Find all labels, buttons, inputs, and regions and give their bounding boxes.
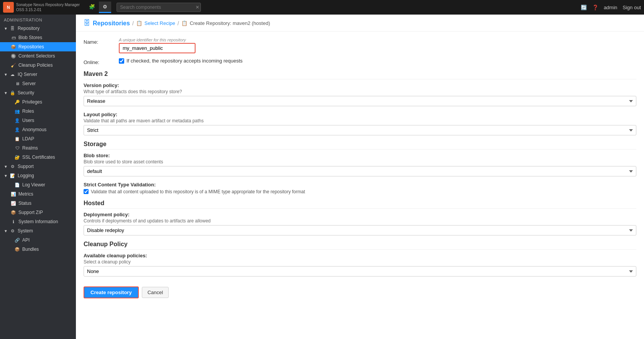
deployment-policy-select-wrapper: Disable redeploy Allow redeploy Read-onl… <box>84 225 636 235</box>
blob-stores-icon: 🗃 <box>11 35 16 40</box>
sidebar-group-label: Repository <box>18 26 39 31</box>
users-icon: 👤 <box>15 118 20 123</box>
layout-policy-label: Layout policy: <box>84 112 636 117</box>
sidebar-item-server[interactable]: 🖥 Server <box>0 79 76 88</box>
system-information-icon: ℹ <box>11 219 16 224</box>
sidebar-item-bundles[interactable]: 📦 Bundles <box>0 245 76 254</box>
caret-support-icon: ▼ <box>4 165 8 169</box>
sidebar-item-cleanup-policies[interactable]: 🧹 Cleanup Policies <box>0 61 76 70</box>
version-policy-select-wrapper: Release Snapshot Mixed <box>84 96 636 106</box>
button-row: Create repository Cancel <box>84 282 636 304</box>
sidebar-group-repository[interactable]: ▼ 🗄 Repository <box>0 24 76 33</box>
blob-store-label: Blob store: <box>84 153 636 158</box>
sidebar-item-support-zip[interactable]: 📦 Support ZIP <box>0 208 76 217</box>
repositories-breadcrumb-icon: 🗄 <box>84 19 90 27</box>
metrics-icon: 📊 <box>11 191 16 197</box>
sidebar-item-api[interactable]: 🔗 API <box>0 235 76 245</box>
sidebar-item-status[interactable]: 📈 Status <box>0 199 76 208</box>
ssl-icon: 🔐 <box>15 155 20 160</box>
online-field: Online: If checked, the repository accep… <box>84 58 636 65</box>
sidebar-group-logging[interactable]: ▼ 📝 Logging <box>0 171 76 180</box>
nav-admin-button[interactable]: ⚙ <box>99 2 111 13</box>
breadcrumb-step1[interactable]: Select Recipe <box>145 20 175 26</box>
cleanup-hint: Select a cleanup policy <box>84 259 636 265</box>
deployment-policy-hint: Controls if deployments of and updates t… <box>84 218 636 224</box>
caret-system-icon: ▼ <box>4 229 8 233</box>
blob-store-select-wrapper: default <box>84 166 636 176</box>
blob-store-select[interactable]: default <box>84 166 636 176</box>
breadcrumb-root[interactable]: Repositories <box>93 20 130 27</box>
recipe-breadcrumb-icon: 📋 <box>136 20 142 26</box>
search-clear-icon[interactable]: ✕ <box>196 5 199 10</box>
sidebar-item-metrics[interactable]: 📊 Metrics <box>0 189 76 199</box>
sidebar-group-system[interactable]: ▼ ⚙ System <box>0 226 76 235</box>
cleanup-select[interactable]: None <box>84 266 636 276</box>
user-label[interactable]: admin <box>604 5 617 10</box>
create-repository-button[interactable]: Create repository <box>84 286 139 298</box>
sidebar-item-users[interactable]: 👤 Users <box>0 116 76 125</box>
sidebar-group-security[interactable]: ▼ 🔒 Security <box>0 88 76 97</box>
ldap-icon: 📋 <box>15 136 20 142</box>
cleanup-subsection: Available cleanup policies: Select a cle… <box>84 253 636 276</box>
sidebar-item-ldap[interactable]: 📋 LDAP <box>0 134 76 143</box>
caret-icon: ▼ <box>4 26 8 31</box>
online-check-label: If checked, the repository accepts incom… <box>119 58 636 64</box>
realms-icon: 🛡 <box>15 145 20 151</box>
online-checkbox[interactable] <box>119 58 124 64</box>
bundles-icon: 📦 <box>15 247 20 252</box>
name-value-wrapper: A unique identifier for this repository <box>119 38 636 53</box>
caret-security-icon: ▼ <box>4 91 8 95</box>
sidebar-group-support[interactable]: ▼ ⚙ Support <box>0 162 76 171</box>
sidebar-item-anonymous[interactable]: 👤 Anonymous <box>0 125 76 134</box>
refresh-icon[interactable]: 🔄 <box>581 5 587 10</box>
online-label: Online: <box>84 58 114 65</box>
version-policy-select[interactable]: Release Snapshot Mixed <box>84 96 636 106</box>
caret-iq-icon: ▼ <box>4 72 8 77</box>
anonymous-icon: 👤 <box>15 127 20 132</box>
cleanup-label: Available cleanup policies: <box>84 253 636 258</box>
cancel-button[interactable]: Cancel <box>142 287 169 298</box>
strict-validation-check-wrapper: Validate that all content uploaded to th… <box>84 189 636 194</box>
name-input[interactable] <box>119 43 196 53</box>
help-icon[interactable]: ❓ <box>592 5 598 10</box>
repositories-icon: 📦 <box>11 44 16 49</box>
create-breadcrumb-icon: 📋 <box>181 20 187 26</box>
deployment-policy-subsection: Deployment policy: Controls if deploymen… <box>84 212 636 235</box>
sidebar-item-content-selectors[interactable]: 🔘 Content Selectors <box>0 51 76 61</box>
blob-store-subsection: Blob store: Blob store used to store ass… <box>84 153 636 176</box>
sidebar-item-log-viewer[interactable]: 📄 Log Viewer <box>0 180 76 189</box>
strict-validation-label: Strict Content Type Validation: <box>84 182 636 188</box>
breadcrumb: 🗄 Repositories / 📋 Select Recipe / 📋 Cre… <box>76 15 644 31</box>
version-policy-label: Version policy: <box>84 82 636 88</box>
cleanup-section-title: Cleanup Policy <box>84 241 636 250</box>
version-policy-hint: What type of artifacts does this reposit… <box>84 89 636 94</box>
strict-validation-hint: Validate that all content uploaded to th… <box>91 189 305 194</box>
strict-validation-checkbox[interactable] <box>84 189 89 194</box>
nav-browse-button[interactable]: 🧩 <box>85 2 99 13</box>
cleanup-select-wrapper: None <box>84 266 636 276</box>
privileges-icon: 🔑 <box>15 99 20 105</box>
name-field: Name: A unique identifier for this repos… <box>84 38 636 53</box>
server-icon: 🖥 <box>15 81 20 86</box>
caret-logging-icon: ▼ <box>4 174 8 178</box>
signout-button[interactable]: Sign out <box>623 5 641 10</box>
sidebar-item-system-information[interactable]: ℹ System Information <box>0 217 76 226</box>
search-input[interactable] <box>117 3 201 12</box>
name-label: Name: <box>84 38 114 45</box>
sidebar-group-iq-server[interactable]: ▼ ☁ IQ Server <box>0 70 76 79</box>
layout-policy-select[interactable]: Strict Permissive <box>84 125 636 135</box>
app-logo: N <box>3 2 14 13</box>
sidebar-item-roles[interactable]: 👥 Roles <box>0 107 76 116</box>
name-hint: A unique identifier for this repository <box>119 38 636 42</box>
storage-section-title: Storage <box>84 141 636 150</box>
form-content: Name: A unique identifier for this repos… <box>76 31 644 339</box>
sidebar-item-repositories[interactable]: 📦 Repositories <box>0 42 76 51</box>
support-zip-icon: 📦 <box>11 210 16 215</box>
sidebar-item-privileges[interactable]: 🔑 Privileges <box>0 97 76 107</box>
layout-policy-hint: Validate that all paths are maven artifa… <box>84 118 636 123</box>
sidebar-item-realms[interactable]: 🛡 Realms <box>0 143 76 153</box>
sidebar-item-blob-stores[interactable]: 🗃 Blob Stores <box>0 33 76 42</box>
deployment-policy-select[interactable]: Disable redeploy Allow redeploy Read-onl… <box>84 225 636 235</box>
sidebar-item-ssl[interactable]: 🔐 SSL Certificates <box>0 153 76 162</box>
topbar-nav: 🧩 ⚙ <box>85 2 111 13</box>
